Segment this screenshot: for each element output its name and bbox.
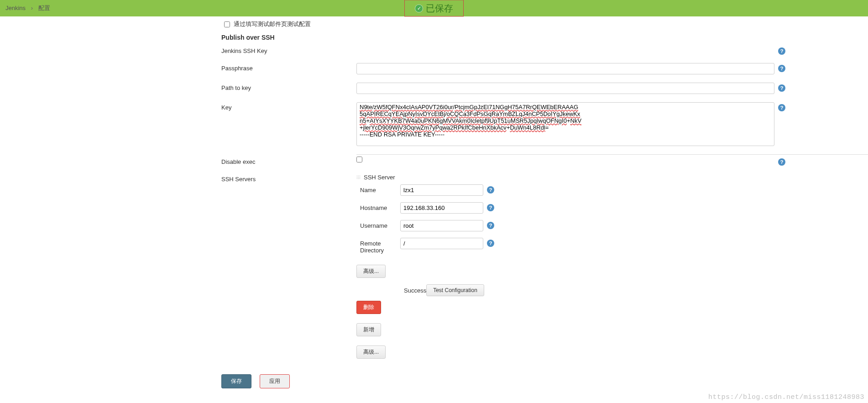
advanced-button[interactable]: 高级... [356,265,386,278]
ssh-hostname-input[interactable] [400,202,483,214]
help-icon[interactable]: ? [778,47,785,55]
ssh-username-input[interactable] [400,220,483,231]
divider [356,154,868,155]
passphrase-label: Passphrase [221,63,356,72]
delete-button[interactable]: 删除 [356,301,381,314]
disable-exec-checkbox[interactable] [356,157,362,162]
ssh-remote-dir-input[interactable] [400,238,483,249]
key-label: Key [221,102,356,111]
help-icon[interactable]: ? [778,65,785,72]
breadcrumb-current[interactable]: 配置 [38,5,50,11]
ssh-name-label: Name [356,184,400,194]
drag-handle-icon[interactable] [356,175,361,180]
breadcrumb-separator: › [31,5,33,11]
save-button[interactable]: 保存 [221,374,251,388]
ssh-server-header: SSH Server [356,174,395,181]
path-to-key-label: Path to key [221,83,356,91]
top-banner: Jenkins › 配置 ✓ 已保存 [0,0,868,16]
ssh-server-title: SSH Server [364,174,395,181]
add-button[interactable]: 新增 [356,323,381,336]
key-textarea[interactable]: N9te/zW5fQFNx4cIAsAP0VT26i0ur/PtcjmGpJzE… [356,102,774,146]
ssh-hostname-label: Hostname [356,202,400,211]
help-icon[interactable]: ? [778,104,785,111]
help-icon[interactable]: ? [487,204,494,211]
ssh-username-label: Username [356,220,400,229]
breadcrumb-home[interactable]: Jenkins [5,5,26,11]
advanced-button-2[interactable]: 高级... [356,345,386,359]
test-configuration-button[interactable]: Test Configuration [426,284,484,296]
plugin-checkbox-label: 通过填写测试邮件页测试配置 [234,20,311,28]
help-icon[interactable]: ? [778,158,785,166]
check-circle-icon: ✓ [415,4,423,12]
saved-badge: ✓ 已保存 [404,0,464,17]
ssh-name-input[interactable] [400,184,483,196]
saved-text: 已保存 [426,2,453,15]
breadcrumb: Jenkins › 配置 [5,4,50,12]
plugin-checkbox[interactable] [224,21,230,27]
path-to-key-input[interactable] [356,83,774,94]
help-icon[interactable]: ? [487,222,494,229]
ssh-servers-label: SSH Servers [221,174,356,183]
help-icon[interactable]: ? [487,186,494,194]
disable-exec-label: Disable exec [221,157,356,165]
jenkins-ssh-key-label: Jenkins SSH Key [221,46,356,54]
help-icon[interactable]: ? [778,84,785,92]
watermark: https://blog.csdn.net/miss1181248983 [708,393,864,401]
apply-button[interactable]: 应用 [260,374,290,388]
section-publish-ssh: Publish over SSH [221,34,785,41]
test-success-text: Success [404,287,426,294]
plugin-checkbox-row: 通过填写测试邮件页测试配置 [224,20,785,28]
passphrase-input[interactable] [356,63,774,74]
help-icon[interactable]: ? [487,240,494,247]
ssh-remote-dir-label: Remote Directory [356,238,400,254]
